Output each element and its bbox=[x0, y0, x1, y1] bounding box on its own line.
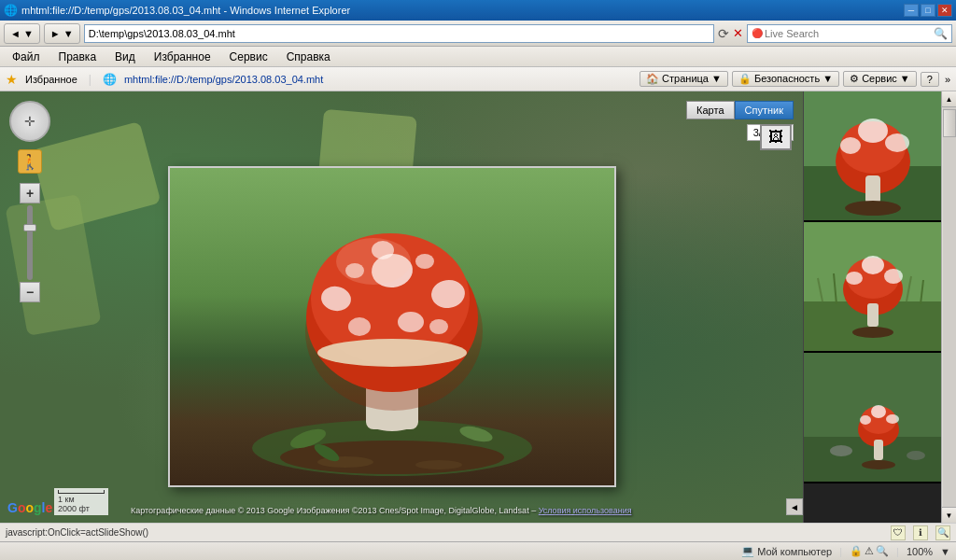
status-js-text: javascript:OnClick=actSlideShow() bbox=[6, 527, 148, 538]
svg-point-12 bbox=[348, 317, 371, 336]
window-controls: ─ □ ✕ bbox=[904, 4, 952, 17]
zoom-level: 100% bbox=[907, 546, 933, 557]
mushroom-image bbox=[170, 168, 614, 485]
status-security-icon: 🛡 bbox=[891, 525, 906, 540]
svg-rect-55 bbox=[874, 440, 883, 460]
menu-favorites[interactable]: Избранное bbox=[146, 48, 219, 66]
favorites-page-link[interactable]: mhtml:file://D:/temp/gps/2013.08.03_04.m… bbox=[124, 74, 323, 85]
svg-point-18 bbox=[317, 339, 467, 367]
menu-help[interactable]: Справка bbox=[278, 48, 339, 66]
zoom-thumb[interactable] bbox=[23, 224, 36, 231]
pc-label: Мой компьютер bbox=[757, 546, 832, 557]
svg-point-54 bbox=[886, 414, 899, 424]
search-live-icon: 🔴 bbox=[752, 28, 763, 38]
navigation-controls: ✛ 🚶 + − bbox=[9, 101, 50, 302]
toolbar-help-button[interactable]: ? bbox=[921, 72, 939, 87]
title-bar: 🌐 mhtml:file://D:/temp/gps/2013.08.03_04… bbox=[0, 0, 956, 21]
thumb-2-svg bbox=[804, 222, 941, 351]
menu-file[interactable]: Файл bbox=[4, 48, 49, 66]
search-box: 🔴 🔍 bbox=[747, 24, 952, 43]
svg-point-11 bbox=[398, 312, 424, 332]
forward-button[interactable]: ► ▼ bbox=[44, 23, 80, 44]
svg-rect-33 bbox=[865, 175, 880, 203]
search-go-button[interactable]: 🔍 bbox=[934, 27, 948, 40]
svg-point-31 bbox=[840, 137, 861, 154]
map-toggle-satellite[interactable]: Спутник bbox=[735, 101, 794, 119]
thumb-3-svg bbox=[804, 353, 941, 482]
status-bar: 💻 Мой компьютер | 🔒 ⚠ 🔍 | 100% ▼ bbox=[0, 541, 956, 560]
map-area[interactable]: ✛ 🚶 + − Карта Спутник 3/04 ▼ 🖼 bbox=[0, 91, 803, 523]
toolbar-page-button[interactable]: 🏠 Страница ▼ bbox=[640, 71, 728, 87]
status-icon-2: ⚠ bbox=[865, 545, 874, 557]
back-button[interactable]: ◄ ▼ bbox=[4, 23, 40, 44]
right-sidebar-thumbnails bbox=[803, 91, 941, 523]
status-icons-group: 🔒 ⚠ 🔍 bbox=[850, 545, 889, 557]
menu-tools[interactable]: Сервис bbox=[221, 48, 276, 66]
thumbnail-1[interactable] bbox=[804, 91, 941, 222]
favorites-star-icon: ★ bbox=[6, 72, 18, 87]
photo-frame-thumbnail[interactable]: 🖼 bbox=[760, 124, 792, 150]
photo-popup bbox=[168, 166, 616, 487]
svg-point-57 bbox=[830, 445, 852, 456]
svg-point-1 bbox=[280, 441, 504, 474]
scale-label-ft: 2000 фт bbox=[58, 504, 105, 513]
mushroom-svg bbox=[252, 177, 532, 476]
toolbar-service-button[interactable]: ⚙ Сервис ▼ bbox=[843, 71, 917, 87]
address-input[interactable] bbox=[84, 24, 714, 43]
terms-link[interactable]: Условия использования bbox=[539, 506, 632, 515]
zoom-controls: + − bbox=[20, 183, 40, 302]
scroll-down-button[interactable]: ▼ bbox=[942, 507, 957, 523]
svg-point-52 bbox=[871, 405, 886, 418]
refresh-button[interactable]: ⟳ bbox=[718, 26, 729, 41]
svg-point-43 bbox=[862, 256, 884, 274]
svg-point-17 bbox=[336, 238, 411, 285]
scale-label-km: 1 км bbox=[58, 495, 105, 504]
map-copyright: Картографические данные © 2013 Google Из… bbox=[131, 506, 803, 515]
main-content-area: ✛ 🚶 + − Карта Спутник 3/04 ▼ 🖼 bbox=[0, 91, 956, 523]
street-view-person[interactable]: 🚶 bbox=[18, 149, 42, 174]
status-right-area: 🛡 ℹ 🔍 bbox=[891, 525, 950, 540]
favorites-label[interactable]: Избранное bbox=[25, 74, 77, 85]
zoom-in-button[interactable]: + bbox=[20, 183, 40, 203]
svg-point-58 bbox=[907, 451, 925, 460]
status-icon-1: 🔒 bbox=[850, 545, 863, 557]
pan-control[interactable]: ✛ bbox=[9, 101, 50, 142]
svg-point-32 bbox=[885, 133, 909, 152]
google-logo: Google bbox=[7, 500, 52, 515]
thumbnail-3[interactable] bbox=[804, 353, 941, 483]
title-bar-icon: 🌐 bbox=[4, 4, 18, 17]
scroll-track[interactable] bbox=[943, 107, 956, 507]
scroll-up-button[interactable]: ▲ bbox=[942, 91, 957, 107]
search-input[interactable] bbox=[765, 28, 932, 39]
status-icon-3: 🔍 bbox=[876, 545, 889, 557]
toolbar-security-button[interactable]: 🔒 Безопасность ▼ bbox=[732, 71, 839, 87]
menu-edit[interactable]: Правка bbox=[50, 48, 105, 66]
map-toggle: Карта Спутник bbox=[686, 101, 794, 119]
stop-button[interactable]: ✕ bbox=[733, 26, 743, 40]
zoom-track[interactable] bbox=[27, 205, 33, 280]
status-right: 💻 Мой компьютер | 🔒 ⚠ 🔍 | 100% ▼ bbox=[741, 545, 950, 557]
zoom-dropdown[interactable]: ▼ bbox=[940, 546, 950, 557]
svg-point-56 bbox=[862, 460, 895, 469]
zoom-out-button[interactable]: − bbox=[20, 282, 40, 302]
vertical-scrollbar: ▲ ▼ bbox=[941, 91, 956, 523]
scroll-thumb[interactable] bbox=[943, 109, 956, 137]
info-bar: javascript:OnClick=actSlideShow() 🛡 ℹ 🔍 bbox=[0, 523, 956, 541]
minimize-button[interactable]: ─ bbox=[904, 4, 919, 17]
favorites-separator: | bbox=[89, 73, 91, 86]
svg-point-15 bbox=[415, 254, 434, 269]
svg-point-20 bbox=[415, 460, 462, 469]
map-collapse-button[interactable]: ◄ bbox=[786, 498, 803, 515]
pc-icon: 💻 bbox=[741, 545, 754, 557]
menu-view[interactable]: Вид bbox=[106, 48, 144, 66]
status-divider-1: | bbox=[839, 546, 842, 557]
thumbnail-2[interactable] bbox=[804, 222, 941, 353]
map-toggle-map[interactable]: Карта bbox=[686, 101, 734, 119]
maximize-button[interactable]: □ bbox=[921, 4, 935, 17]
toolbar-more-button[interactable]: » bbox=[945, 74, 950, 85]
svg-rect-46 bbox=[867, 303, 879, 327]
toolbar-right: 🏠 Страница ▼ 🔒 Безопасность ▼ ⚙ Сервис ▼… bbox=[640, 71, 950, 87]
close-button[interactable]: ✕ bbox=[937, 4, 952, 17]
title-bar-title: mhtml:file://D:/temp/gps/2013.08.03_04.m… bbox=[21, 5, 350, 16]
svg-point-45 bbox=[884, 269, 903, 284]
